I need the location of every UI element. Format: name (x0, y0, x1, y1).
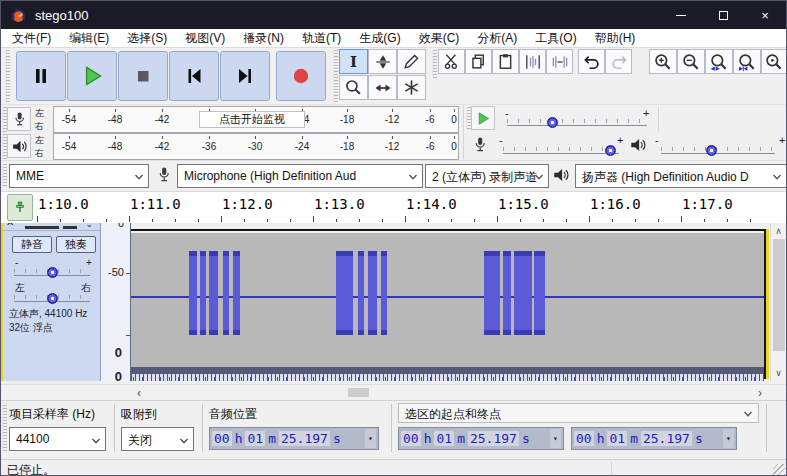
play-at-speed-button[interactable] (471, 106, 495, 130)
rate-select[interactable]: 44100 (9, 427, 106, 451)
vertical-ruler[interactable]: 0 -50 0 0 (101, 223, 131, 381)
waveform-pulse (368, 251, 377, 335)
redo-button[interactable] (605, 49, 632, 74)
resize-grip[interactable] (773, 464, 785, 476)
timeline-tick (428, 219, 429, 222)
fit-project-button[interactable] (733, 49, 761, 74)
snap-select[interactable]: 关闭 (121, 427, 194, 451)
play-speed-thumb[interactable] (547, 117, 558, 128)
ibeam-icon: I (350, 53, 357, 71)
menu-item[interactable]: 选择(S) (118, 29, 176, 48)
skip-to-start-button[interactable] (169, 51, 219, 101)
playback-meter-scale[interactable]: -54-48-42-36-30-24-18-12-60 (53, 133, 459, 160)
pause-button[interactable] (16, 51, 66, 101)
play-speed-slider[interactable] (507, 119, 647, 127)
monitor-hint[interactable]: 点击开始监视 (199, 111, 305, 128)
selection-tool-button[interactable]: I (339, 49, 368, 74)
gain-slider[interactable] (14, 269, 90, 277)
menu-item[interactable]: 编辑(E) (60, 29, 118, 48)
draw-tool-button[interactable] (397, 49, 426, 74)
waveform-display[interactable] (131, 233, 764, 367)
scroll-down-arrow[interactable]: ∨ (771, 368, 786, 378)
scroll-right-arrow[interactable]: › (758, 386, 762, 400)
waveform-pulse (223, 251, 229, 335)
trim-audio-button[interactable] (519, 49, 546, 74)
playback-volume-thumb[interactable] (706, 145, 717, 156)
minimize-button[interactable] (660, 1, 702, 29)
scroll-left-arrow[interactable]: ‹ (137, 386, 141, 400)
audio-position-field[interactable]: 00h 01m 25.197s ▾ (209, 427, 379, 450)
horizontal-scroll-thumb[interactable] (348, 388, 369, 397)
playback-meter-button[interactable] (7, 134, 31, 158)
device-grip[interactable] (2, 164, 7, 188)
recording-volume-thumb[interactable] (605, 145, 616, 156)
pin-button[interactable] (7, 194, 33, 221)
maximize-button[interactable] (702, 1, 744, 29)
envelope-tool-button[interactable] (368, 49, 397, 74)
tools-grip[interactable] (333, 50, 338, 102)
transport-grip[interactable] (5, 50, 10, 102)
vertical-scroll-thumb[interactable] (773, 239, 785, 351)
timeline-tick (405, 216, 406, 222)
close-button[interactable]: × (744, 1, 786, 29)
mute-button[interactable]: 静音 (12, 236, 52, 253)
menu-item[interactable]: 帮助(H) (586, 29, 645, 48)
multi-tool-button[interactable] (397, 75, 426, 100)
skip-to-end-button[interactable] (220, 51, 270, 101)
edit-grip[interactable] (432, 50, 437, 78)
menu-item[interactable]: 视图(V) (176, 29, 234, 48)
selection-grip[interactable] (2, 405, 7, 451)
playback-device-select[interactable]: 扬声器 (High Definition Audio D (575, 164, 787, 188)
track-menu-chevron[interactable]: ⌄ (85, 223, 93, 229)
zoom-in-button[interactable] (649, 49, 677, 74)
menu-item[interactable]: 分析(A) (468, 29, 526, 48)
track-close-icon[interactable]: ✕ (6, 223, 14, 228)
timefield-dropdown-icon[interactable]: ▾ (723, 429, 734, 448)
envelope-icon (373, 52, 393, 72)
vertical-scrollbar[interactable]: ∧ ∨ (770, 223, 786, 381)
track-control-panel[interactable]: ✕ ⌄ 静音 独奏 - + 左 右 立体声, 44100 Hz 32位 浮点 (3, 223, 101, 381)
menu-item[interactable]: 文件(F) (3, 29, 60, 48)
section-divider (202, 404, 203, 452)
recording-channels-select[interactable]: 2 (立体声) 录制声道 (425, 164, 549, 188)
scroll-up-arrow[interactable]: ∧ (771, 226, 786, 236)
timefield-dropdown-icon[interactable]: ▾ (550, 429, 561, 448)
gain-thumb[interactable] (47, 267, 58, 278)
pan-thumb[interactable] (47, 293, 58, 304)
stop-button[interactable] (118, 51, 168, 101)
selection-start-field[interactable]: 00h 01m 25.197s ▾ (398, 427, 564, 450)
rec-volume-plus: + (617, 134, 623, 146)
timeshift-tool-button[interactable] (368, 75, 397, 100)
menu-item[interactable]: 轨道(T) (293, 29, 350, 48)
silence-audio-button[interactable] (546, 49, 573, 74)
recording-meter-button[interactable] (7, 107, 31, 131)
recording-volume-slider[interactable] (503, 147, 619, 155)
zoom-out-button[interactable] (677, 49, 705, 74)
timefield-dropdown-icon[interactable]: ▾ (365, 429, 376, 448)
horizontal-scrollbar[interactable]: ‹ › (1, 384, 786, 399)
playback-volume-slider[interactable] (661, 147, 775, 155)
undo-button[interactable] (578, 49, 605, 74)
menu-item[interactable]: 生成(G) (350, 29, 409, 48)
paste-button[interactable] (492, 49, 519, 74)
record-button[interactable] (276, 51, 326, 101)
selection-mode-select[interactable]: 选区的起点和终点 (398, 403, 759, 423)
solo-button[interactable]: 独奏 (56, 236, 96, 253)
audio-host-select[interactable]: MME (9, 164, 149, 188)
selection-end-field[interactable]: 00h 01m 25.197s ▾ (571, 427, 737, 450)
zoom-toggle-button[interactable] (761, 49, 787, 74)
play-button[interactable] (67, 51, 117, 101)
menu-item[interactable]: 效果(C) (410, 29, 469, 48)
copy-button[interactable] (465, 49, 492, 74)
menu-item[interactable]: 工具(O) (526, 29, 585, 48)
zoom-tool-button[interactable] (339, 75, 368, 100)
recording-device-select[interactable]: Microphone (High Definition Aud (177, 164, 423, 188)
menu-item[interactable]: 播录(N) (234, 29, 293, 48)
cut-button[interactable] (438, 49, 465, 74)
timeline-ruler[interactable]: 1:10.01:11.01:12.01:13.01:14.01:15.01:16… (1, 191, 786, 223)
playback-device-icon (552, 166, 572, 186)
pan-slider[interactable] (14, 295, 90, 303)
waveform-channel2-sliver[interactable] (131, 374, 764, 381)
fit-selection-button[interactable] (705, 49, 733, 74)
channel-separator[interactable] (131, 367, 764, 374)
